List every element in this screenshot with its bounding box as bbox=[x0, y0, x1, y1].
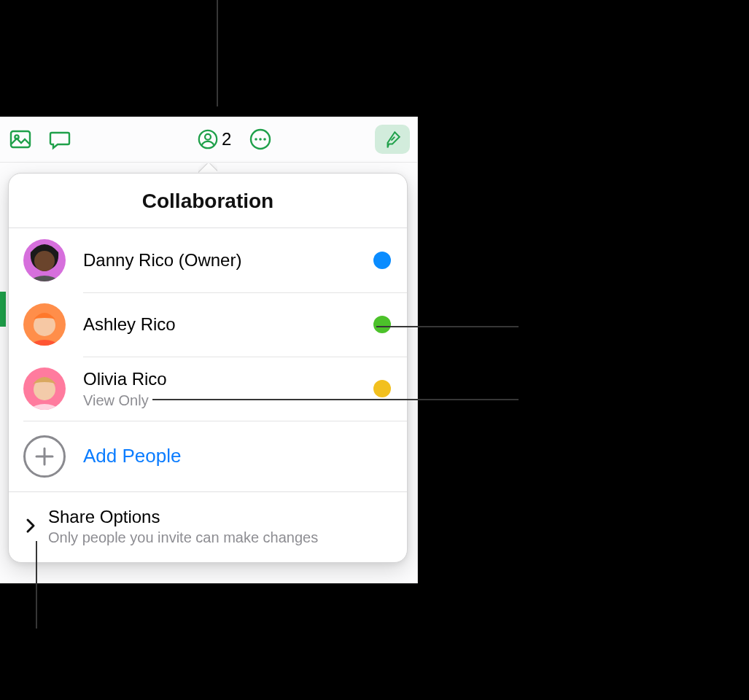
person-row[interactable]: Danny Rico (Owner) bbox=[9, 228, 407, 292]
share-options-row[interactable]: Share Options Only people you invite can… bbox=[9, 492, 407, 562]
svg-point-5 bbox=[255, 138, 258, 141]
avatar bbox=[23, 368, 66, 410]
image-icon[interactable] bbox=[7, 126, 34, 152]
people-list: Danny Rico (Owner) Ashley Rico bbox=[9, 228, 407, 562]
popover-arrow bbox=[198, 163, 217, 174]
person-circle-icon bbox=[197, 128, 219, 150]
chevron-right-icon bbox=[22, 517, 39, 534]
callout-line bbox=[152, 399, 519, 400]
share-options-title: Share Options bbox=[48, 505, 318, 528]
presence-dot bbox=[373, 380, 391, 397]
person-row[interactable]: Ashley Rico bbox=[9, 292, 407, 357]
popover-title: Collaboration bbox=[9, 174, 407, 228]
collaboration-button[interactable]: 2 bbox=[197, 128, 231, 150]
person-sub: View Only bbox=[83, 392, 363, 409]
comment-icon[interactable] bbox=[47, 126, 73, 152]
bg-decoration bbox=[0, 292, 6, 327]
callout-line bbox=[36, 541, 37, 629]
share-options-subtitle: Only people you invite can make changes bbox=[48, 529, 318, 546]
svg-point-3 bbox=[205, 134, 211, 140]
person-name: Danny Rico (Owner) bbox=[83, 249, 363, 271]
collab-count: 2 bbox=[222, 129, 231, 149]
collaboration-popover: Collaboration Danny Rico (Owner) bbox=[8, 173, 408, 563]
callout-line bbox=[217, 0, 218, 106]
callout-line bbox=[376, 326, 519, 327]
person-name: Olivia Rico bbox=[83, 368, 363, 390]
avatar bbox=[23, 303, 66, 346]
add-people-row[interactable]: Add People bbox=[9, 421, 407, 492]
avatar bbox=[23, 239, 66, 281]
add-people-label: Add People bbox=[83, 445, 181, 467]
more-icon[interactable] bbox=[247, 126, 273, 152]
format-brush-button[interactable] bbox=[375, 125, 410, 154]
toolbar: 2 bbox=[0, 117, 417, 163]
paintbrush-icon bbox=[383, 130, 402, 149]
person-name: Ashley Rico bbox=[83, 314, 363, 335]
plus-circle-icon bbox=[23, 435, 66, 478]
svg-point-7 bbox=[264, 138, 267, 141]
person-row[interactable]: Olivia Rico View Only bbox=[9, 357, 407, 421]
presence-dot bbox=[373, 316, 391, 333]
presence-dot bbox=[373, 252, 391, 269]
svg-rect-0 bbox=[11, 131, 30, 147]
svg-point-6 bbox=[260, 138, 263, 141]
svg-point-9 bbox=[34, 251, 55, 271]
